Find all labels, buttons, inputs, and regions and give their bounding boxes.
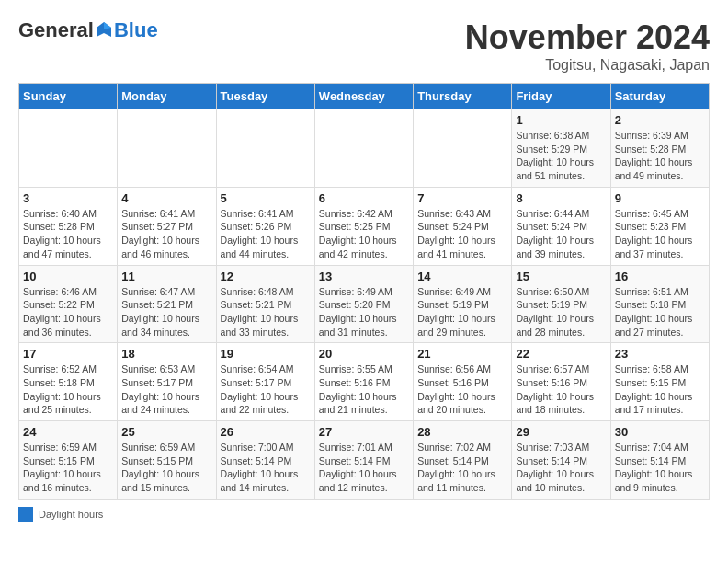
day-info: Sunrise: 6:53 AM Sunset: 5:17 PM Dayligh… (121, 362, 211, 417)
calendar-cell-w2-d2: 12Sunrise: 6:48 AM Sunset: 5:21 PM Dayli… (216, 265, 314, 343)
calendar-cell-w0-d0 (19, 109, 118, 188)
day-number: 28 (417, 425, 507, 439)
day-number: 8 (516, 191, 606, 205)
calendar-cell-w4-d1: 25Sunrise: 6:59 AM Sunset: 5:15 PM Dayli… (118, 421, 216, 500)
calendar-cell-w4-d5: 29Sunrise: 7:03 AM Sunset: 5:14 PM Dayli… (512, 421, 610, 500)
day-info: Sunrise: 7:04 AM Sunset: 5:14 PM Dayligh… (615, 441, 705, 495)
day-info: Sunrise: 7:00 AM Sunset: 5:14 PM Dayligh… (221, 441, 311, 495)
page-header: General Blue November 2024 Togitsu, Naga… (18, 18, 710, 74)
day-info: Sunrise: 6:43 AM Sunset: 5:24 PM Dayligh… (417, 207, 507, 261)
calendar-cell-w3-d3: 20Sunrise: 6:55 AM Sunset: 5:16 PM Dayli… (314, 343, 413, 421)
calendar-cell-w3-d4: 21Sunrise: 6:56 AM Sunset: 5:16 PM Dayli… (414, 343, 512, 421)
day-info: Sunrise: 6:45 AM Sunset: 5:23 PM Dayligh… (615, 207, 705, 261)
calendar-cell-w0-d1 (118, 109, 216, 188)
calendar-cell-w3-d1: 18Sunrise: 6:53 AM Sunset: 5:17 PM Dayli… (118, 343, 216, 421)
day-number: 23 (615, 347, 705, 361)
day-number: 1 (516, 113, 606, 127)
calendar-cell-w2-d0: 10Sunrise: 6:46 AM Sunset: 5:22 PM Dayli… (19, 265, 118, 343)
day-number: 15 (516, 270, 606, 283)
day-info: Sunrise: 6:41 AM Sunset: 5:27 PM Dayligh… (121, 207, 211, 261)
calendar-cell-w0-d3 (314, 109, 413, 188)
day-number: 21 (417, 347, 507, 361)
calendar-cell-w4-d6: 30Sunrise: 7:04 AM Sunset: 5:14 PM Dayli… (610, 421, 709, 500)
day-number: 9 (615, 191, 705, 205)
day-number: 22 (516, 347, 606, 361)
legend-label: Daylight hours (39, 509, 103, 520)
calendar-cell-w4-d4: 28Sunrise: 7:02 AM Sunset: 5:14 PM Dayli… (414, 421, 512, 500)
calendar-cell-w1-d5: 8Sunrise: 6:44 AM Sunset: 5:24 PM Daylig… (512, 187, 610, 265)
day-number: 18 (121, 347, 211, 361)
day-info: Sunrise: 6:51 AM Sunset: 5:18 PM Dayligh… (615, 285, 705, 339)
day-info: Sunrise: 6:47 AM Sunset: 5:21 PM Dayligh… (121, 285, 211, 339)
calendar-cell-w0-d5: 1Sunrise: 6:38 AM Sunset: 5:29 PM Daylig… (512, 109, 610, 188)
day-number: 14 (417, 270, 507, 283)
day-number: 6 (319, 191, 409, 205)
calendar-table: SundayMondayTuesdayWednesdayThursdayFrid… (18, 83, 710, 500)
month-title: November 2024 (465, 18, 710, 57)
day-info: Sunrise: 6:55 AM Sunset: 5:16 PM Dayligh… (319, 362, 409, 417)
calendar-cell-w2-d3: 13Sunrise: 6:49 AM Sunset: 5:20 PM Dayli… (314, 265, 413, 343)
logo: General Blue (18, 18, 158, 42)
day-info: Sunrise: 6:54 AM Sunset: 5:17 PM Dayligh… (221, 362, 311, 417)
calendar-cell-w2-d6: 16Sunrise: 6:51 AM Sunset: 5:18 PM Dayli… (610, 265, 709, 343)
day-number: 13 (319, 270, 409, 283)
day-info: Sunrise: 7:01 AM Sunset: 5:14 PM Dayligh… (319, 441, 409, 495)
calendar-cell-w2-d4: 14Sunrise: 6:49 AM Sunset: 5:19 PM Dayli… (414, 265, 512, 343)
day-number: 25 (121, 425, 211, 439)
day-info: Sunrise: 6:57 AM Sunset: 5:16 PM Dayligh… (516, 362, 606, 417)
day-info: Sunrise: 6:44 AM Sunset: 5:24 PM Dayligh… (516, 207, 606, 261)
legend-box-icon (18, 507, 33, 522)
calendar-cell-w0-d6: 2Sunrise: 6:39 AM Sunset: 5:28 PM Daylig… (610, 109, 709, 188)
day-info: Sunrise: 6:50 AM Sunset: 5:19 PM Dayligh… (516, 285, 606, 339)
calendar-cell-w1-d3: 6Sunrise: 6:42 AM Sunset: 5:25 PM Daylig… (314, 187, 413, 265)
day-number: 27 (319, 425, 409, 439)
dow-header-sunday: Sunday (19, 84, 118, 109)
day-info: Sunrise: 6:38 AM Sunset: 5:29 PM Dayligh… (516, 129, 606, 183)
calendar-cell-w1-d2: 5Sunrise: 6:41 AM Sunset: 5:26 PM Daylig… (216, 187, 314, 265)
day-info: Sunrise: 7:02 AM Sunset: 5:14 PM Dayligh… (417, 441, 507, 495)
calendar-cell-w2-d5: 15Sunrise: 6:50 AM Sunset: 5:19 PM Dayli… (512, 265, 610, 343)
day-number: 19 (221, 347, 311, 361)
dow-header-wednesday: Wednesday (314, 84, 413, 109)
day-number: 10 (23, 270, 113, 283)
day-info: Sunrise: 6:41 AM Sunset: 5:26 PM Dayligh… (221, 207, 311, 261)
calendar-cell-w4-d2: 26Sunrise: 7:00 AM Sunset: 5:14 PM Dayli… (216, 421, 314, 500)
day-info: Sunrise: 6:49 AM Sunset: 5:19 PM Dayligh… (417, 285, 507, 339)
calendar-cell-w1-d1: 4Sunrise: 6:41 AM Sunset: 5:27 PM Daylig… (118, 187, 216, 265)
day-info: Sunrise: 6:46 AM Sunset: 5:22 PM Dayligh… (23, 285, 113, 339)
day-number: 20 (319, 347, 409, 361)
day-info: Sunrise: 6:48 AM Sunset: 5:21 PM Dayligh… (221, 285, 311, 339)
dow-header-saturday: Saturday (610, 84, 709, 109)
day-number: 16 (615, 270, 705, 283)
logo-blue-text: Blue (114, 18, 158, 42)
day-info: Sunrise: 6:42 AM Sunset: 5:25 PM Dayligh… (319, 207, 409, 261)
day-number: 30 (615, 425, 705, 439)
day-info: Sunrise: 6:39 AM Sunset: 5:28 PM Dayligh… (615, 129, 705, 183)
day-number: 12 (221, 270, 311, 283)
dow-header-friday: Friday (512, 84, 610, 109)
calendar-cell-w3-d6: 23Sunrise: 6:58 AM Sunset: 5:15 PM Dayli… (610, 343, 709, 421)
calendar-cell-w1-d6: 9Sunrise: 6:45 AM Sunset: 5:23 PM Daylig… (610, 187, 709, 265)
calendar-cell-w3-d5: 22Sunrise: 6:57 AM Sunset: 5:16 PM Dayli… (512, 343, 610, 421)
day-number: 2 (615, 113, 705, 127)
day-number: 7 (417, 191, 507, 205)
location: Togitsu, Nagasaki, Japan (465, 57, 710, 74)
day-number: 3 (23, 191, 113, 205)
day-number: 26 (221, 425, 311, 439)
calendar-cell-w4-d3: 27Sunrise: 7:01 AM Sunset: 5:14 PM Dayli… (314, 421, 413, 500)
logo-flag-icon (95, 20, 113, 40)
day-info: Sunrise: 6:59 AM Sunset: 5:15 PM Dayligh… (121, 441, 211, 495)
day-number: 11 (121, 270, 211, 283)
day-info: Sunrise: 6:49 AM Sunset: 5:20 PM Dayligh… (319, 285, 409, 339)
title-block: November 2024 Togitsu, Nagasaki, Japan (465, 18, 710, 74)
day-number: 17 (23, 347, 113, 361)
day-number: 24 (23, 425, 113, 439)
day-info: Sunrise: 6:58 AM Sunset: 5:15 PM Dayligh… (615, 362, 705, 417)
calendar-cell-w1-d0: 3Sunrise: 6:40 AM Sunset: 5:28 PM Daylig… (19, 187, 118, 265)
day-info: Sunrise: 7:03 AM Sunset: 5:14 PM Dayligh… (516, 441, 606, 495)
calendar-cell-w4-d0: 24Sunrise: 6:59 AM Sunset: 5:15 PM Dayli… (19, 421, 118, 500)
dow-header-monday: Monday (118, 84, 216, 109)
day-info: Sunrise: 6:52 AM Sunset: 5:18 PM Dayligh… (23, 362, 113, 417)
legend: Daylight hours (18, 507, 710, 522)
calendar-cell-w1-d4: 7Sunrise: 6:43 AM Sunset: 5:24 PM Daylig… (414, 187, 512, 265)
